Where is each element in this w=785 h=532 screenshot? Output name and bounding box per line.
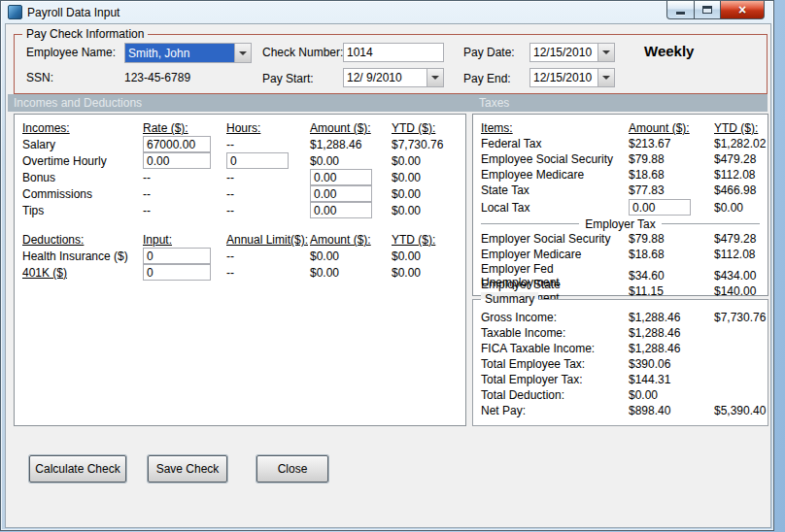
tax-row-emp-medicare: Employee Medicare $18.68 $112.08 bbox=[481, 167, 760, 183]
pay-end-value: 12/15/2010 bbox=[530, 69, 597, 86]
taxes-col-items: Items: bbox=[481, 121, 629, 135]
tax-ytd: $0.00 bbox=[714, 201, 760, 215]
summary-row-total-deduction: Total Deduction: $0.00 bbox=[481, 387, 760, 403]
pay-start-label: Pay Start: bbox=[262, 72, 314, 85]
overtime-hours-input[interactable] bbox=[226, 152, 289, 169]
tax-label: State Tax bbox=[481, 183, 629, 197]
pay-end-picker[interactable]: 12/15/2010 bbox=[529, 68, 615, 87]
income-label: Bonus bbox=[22, 171, 143, 184]
employee-name-dropdown-icon[interactable] bbox=[234, 44, 251, 62]
taxes-col-ytd: YTD ($): bbox=[714, 121, 760, 135]
close-button[interactable]: × bbox=[721, 1, 765, 19]
summary-label: Net Pay: bbox=[481, 404, 629, 417]
income-label: Overtime Hourly bbox=[22, 154, 143, 168]
pay-end-dropdown-icon[interactable] bbox=[597, 69, 614, 86]
paycheck-info-group: Pay Check Information Employee Name: Smi… bbox=[14, 34, 768, 94]
tax-amount: $79.88 bbox=[629, 152, 714, 166]
deduction-amount: $0.00 bbox=[310, 249, 392, 263]
income-ytd: $0.00 bbox=[392, 154, 458, 168]
chevron-down-icon bbox=[239, 51, 247, 55]
overtime-rate-input[interactable] bbox=[143, 152, 211, 169]
calculate-check-button[interactable]: Calculate Check bbox=[29, 455, 126, 482]
summary-amount: $1,288.46 bbox=[629, 342, 714, 355]
salary-rate-input[interactable] bbox=[143, 136, 211, 152]
income-hours: -- bbox=[226, 171, 310, 184]
tax-row-emp-social-security: Employee Social Security $79.88 $479.28 bbox=[481, 151, 760, 167]
taxes-panel: Items: Amount ($): YTD ($): Federal Tax … bbox=[472, 114, 768, 296]
tax-row-employer-medicare: Employer Medicare $18.68 $112.08 bbox=[481, 247, 760, 262]
deductions-col-name: Deductions: bbox=[22, 233, 143, 247]
close-icon: × bbox=[738, 2, 746, 18]
tax-ytd: $479.28 bbox=[714, 152, 760, 166]
tax-ytd: $1,282.02 bbox=[714, 137, 766, 150]
check-number-label: Check Number: bbox=[262, 46, 343, 59]
bonus-amount-input[interactable] bbox=[310, 169, 372, 185]
tax-amount: $34.60 bbox=[629, 269, 714, 283]
minimize-button[interactable] bbox=[666, 1, 695, 19]
summary-label: Gross Income: bbox=[481, 311, 629, 324]
pay-date-dropdown-icon[interactable] bbox=[597, 44, 614, 61]
income-rate: -- bbox=[143, 187, 226, 201]
app-icon bbox=[8, 5, 22, 19]
chevron-down-icon bbox=[602, 76, 610, 80]
summary-label: FICA Taxable Income: bbox=[481, 342, 629, 355]
tax-row-employer-social-security: Employer Social Security $79.88 $479.28 bbox=[481, 231, 760, 247]
income-ytd: $0.00 bbox=[392, 204, 458, 217]
tax-amount: $213.67 bbox=[629, 137, 714, 150]
minimize-icon bbox=[676, 12, 685, 15]
desktop: Payroll Data Input × Pay Check Informati… bbox=[0, 0, 785, 532]
deduction-limit: -- bbox=[226, 266, 310, 280]
local-tax-input[interactable] bbox=[629, 199, 691, 216]
summary-row-total-employer-tax: Total Employer Tax: $144.31 bbox=[481, 372, 760, 387]
pay-start-dropdown-icon[interactable] bbox=[427, 69, 443, 86]
income-label: Salary bbox=[22, 138, 143, 151]
chevron-down-icon bbox=[431, 76, 439, 80]
health-insurance-input[interactable] bbox=[143, 248, 211, 264]
tax-amount: $11.15 bbox=[629, 284, 714, 298]
income-row-tips: Tips -- -- $0.00 bbox=[22, 202, 458, 218]
pay-start-value: 12/ 9/2010 bbox=[344, 69, 427, 86]
tax-row-employer-fed-unemployment: Employer Fed Unemployment $34.60 $434.00 bbox=[481, 262, 760, 278]
income-hours: -- bbox=[226, 187, 310, 201]
summary-row-total-employee-tax: Total Employee Tax: $390.06 bbox=[481, 356, 760, 372]
caption-buttons: × bbox=[666, 1, 765, 19]
summary-ytd: $5,390.40 bbox=[714, 404, 766, 417]
maximize-button[interactable] bbox=[695, 1, 721, 19]
check-number-input[interactable] bbox=[343, 43, 444, 62]
save-check-button[interactable]: Save Check bbox=[148, 455, 227, 482]
incomes-header-row: Incomes: Rate ($): Hours: Amount ($): YT… bbox=[22, 120, 458, 136]
incomes-col-amount: Amount ($): bbox=[310, 121, 392, 135]
tax-label: Employee Social Security bbox=[481, 152, 629, 166]
employee-name-label: Employee Name: bbox=[26, 46, 116, 59]
income-ytd: $0.00 bbox=[392, 187, 458, 201]
income-row-commissions: Commissions -- -- $0.00 bbox=[22, 185, 458, 202]
tax-row-state: State Tax $77.83 $466.98 bbox=[481, 183, 760, 198]
deductions-col-amount: Amount ($): bbox=[310, 233, 392, 247]
deduction-label: Health Insurance ($) bbox=[22, 249, 143, 263]
close-check-button[interactable]: Close bbox=[256, 455, 328, 482]
titlebar[interactable]: Payroll Data Input × bbox=[1, 1, 773, 23]
tax-label: Local Tax bbox=[481, 201, 629, 215]
payroll-window: Payroll Data Input × Pay Check Informati… bbox=[0, 0, 774, 531]
deductions-col-ytd: YTD ($): bbox=[392, 233, 458, 247]
employee-name-combobox[interactable]: Smith, John bbox=[124, 43, 252, 63]
commissions-amount-input[interactable] bbox=[310, 185, 372, 202]
tax-label: Federal Tax bbox=[481, 137, 629, 150]
tax-ytd: $466.98 bbox=[714, 183, 760, 197]
spacer bbox=[22, 218, 458, 232]
pay-date-picker[interactable]: 12/15/2010 bbox=[529, 43, 615, 62]
deductions-col-limit: Annual Limit($): bbox=[226, 233, 310, 247]
tax-ytd: $112.08 bbox=[714, 248, 760, 261]
tax-ytd: $479.28 bbox=[714, 232, 760, 246]
summary-ytd: $7,730.76 bbox=[714, 311, 766, 324]
tax-row-local: Local Tax $0.00 bbox=[481, 198, 760, 216]
pay-start-picker[interactable]: 12/ 9/2010 bbox=[343, 68, 444, 87]
summary-amount: $1,288.46 bbox=[629, 326, 714, 340]
pay-frequency-label: Weekly bbox=[644, 43, 694, 59]
tips-amount-input[interactable] bbox=[310, 202, 372, 218]
deductions-header-row: Deductions: Input: Annual Limit($): Amou… bbox=[22, 232, 458, 248]
401k-input[interactable] bbox=[143, 264, 211, 281]
tax-ytd: $140.00 bbox=[714, 284, 760, 298]
deduction-limit: -- bbox=[226, 249, 310, 263]
income-rate: -- bbox=[143, 171, 226, 184]
